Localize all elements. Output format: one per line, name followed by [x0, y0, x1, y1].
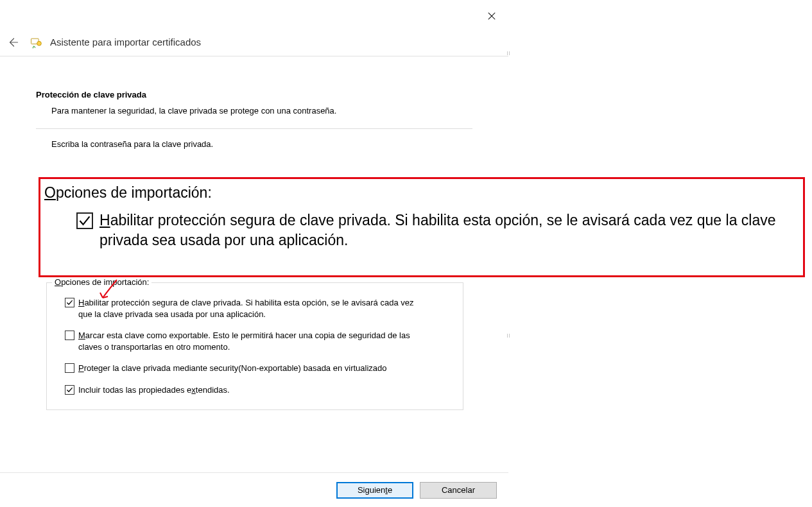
- option-virtualized-label: Proteger la clave privada mediante secur…: [78, 363, 387, 374]
- close-icon: [487, 12, 496, 21]
- section-desc: Para mantener la seguridad, la clave pri…: [36, 106, 472, 116]
- checkbox-extended-props[interactable]: [65, 385, 74, 395]
- option-virtualized: Proteger la clave privada mediante secur…: [65, 363, 449, 374]
- edge-mark: [507, 334, 510, 338]
- option-exportable: Marcar esta clave como exportable. Esto …: [65, 330, 449, 352]
- annotation-arrow-icon: [98, 279, 123, 304]
- wizard-title: Asistente para importar certificados: [50, 37, 201, 47]
- callout-text: Habilitar protección segura de clave pri…: [99, 211, 797, 250]
- option-strong-protection-label: Habilitar protección segura de clave pri…: [78, 297, 425, 320]
- option-exportable-label: Marcar esta clave como exportable. Esto …: [78, 330, 425, 352]
- header: Asistente para importar certificados: [0, 28, 508, 56]
- password-prompt-text: Escriba la contraseña para la clave priv…: [36, 139, 472, 149]
- checkbox-virtualized[interactable]: [65, 363, 74, 373]
- next-button[interactable]: Siguiente: [336, 482, 413, 499]
- section-title: Protección de clave privada: [36, 90, 472, 99]
- edge-mark: [507, 51, 510, 55]
- annotation-callout: Opciones de importación: Habilitar prote…: [39, 177, 805, 277]
- option-extended-props-label: Incluir todas las propiedades extendidas…: [78, 384, 230, 396]
- arrow-left-icon: [7, 37, 19, 48]
- titlebar: [0, 0, 508, 28]
- callout-row: Habilitar protección segura de clave pri…: [44, 211, 797, 250]
- footer: Siguiente Cancelar: [0, 472, 508, 507]
- option-extended-props: Incluir todas las propiedades extendidas…: [65, 384, 449, 396]
- checkbox-strong-protection[interactable]: [65, 298, 74, 307]
- callout-title: Opciones de importación:: [44, 184, 797, 202]
- svg-point-1: [37, 41, 42, 46]
- cancel-button[interactable]: Cancelar: [420, 482, 497, 499]
- divider: [36, 128, 472, 129]
- callout-checkbox: [76, 212, 93, 229]
- content-area: Protección de clave privada Para mantene…: [0, 56, 508, 149]
- check-icon: [78, 214, 91, 227]
- certificate-icon: [30, 36, 42, 49]
- close-button[interactable]: [479, 6, 505, 26]
- back-button[interactable]: [4, 33, 22, 51]
- checkbox-exportable[interactable]: [65, 331, 74, 340]
